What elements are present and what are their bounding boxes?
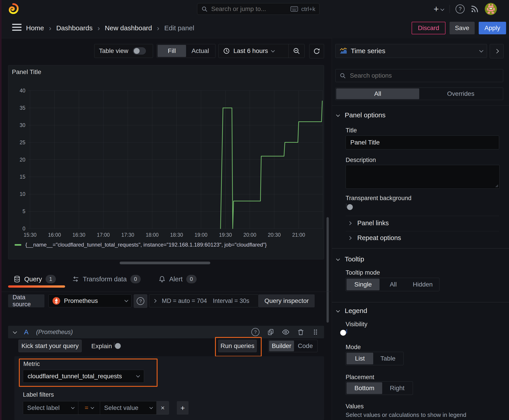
fill-actual-switch: Fill Actual xyxy=(157,44,215,58)
svg-text:19:30: 19:30 xyxy=(219,232,232,238)
panel-title[interactable]: Panel Title xyxy=(12,68,41,76)
legend-header-label: Legend xyxy=(345,307,367,315)
legend-right-option[interactable]: Right xyxy=(382,382,412,394)
metric-select[interactable]: cloudflared_tunnel_total_requests xyxy=(23,370,144,383)
legend-bottom-option[interactable]: Bottom xyxy=(347,382,382,394)
query-options-row[interactable]: MD = auto = 704 Interval = 30s xyxy=(149,294,258,307)
repeat-options-section[interactable]: Repeat options xyxy=(348,234,401,242)
chevron-down-icon xyxy=(125,298,128,302)
time-range-picker[interactable]: Last 6 hours xyxy=(219,47,289,54)
query-help-icon[interactable]: ? xyxy=(251,328,259,336)
chevron-down-icon xyxy=(441,7,444,11)
options-search-input[interactable] xyxy=(349,72,499,79)
tab-alert-label: Alert xyxy=(169,276,183,283)
transform-icon xyxy=(72,276,79,283)
query-options-stats: MD = auto = 704 xyxy=(162,298,207,304)
breadcrumb-home[interactable]: Home xyxy=(26,24,44,32)
tooltip-single-option[interactable]: Single xyxy=(347,279,380,290)
actual-option[interactable]: Actual xyxy=(186,45,214,57)
resize-corner-icon[interactable] xyxy=(495,184,498,188)
grafana-edit-panel: ctrl+k + ? xyxy=(0,0,509,420)
data-source-picker[interactable]: Prometheus xyxy=(48,294,131,307)
global-search-box[interactable]: ctrl+k xyxy=(197,3,319,15)
explain-toggle[interactable] xyxy=(114,342,114,347)
code-option[interactable]: Code xyxy=(294,341,317,351)
query-datasource-hint: (Prometheus) xyxy=(36,329,73,336)
tooltip-all-option[interactable]: All xyxy=(380,279,407,290)
collapse-query-icon[interactable] xyxy=(13,330,17,334)
select-label-dropdown[interactable]: Select label xyxy=(23,401,78,414)
discard-button[interactable]: Discard xyxy=(412,22,446,34)
drag-handle-icon[interactable] xyxy=(312,329,319,335)
title-input[interactable] xyxy=(346,135,499,150)
run-queries-button[interactable]: Run queries xyxy=(218,340,257,352)
data-source-label-chip: Data source xyxy=(8,294,45,307)
delete-query-trash-icon[interactable] xyxy=(297,329,304,336)
legend-table-option[interactable]: Table xyxy=(373,353,403,364)
visualization-picker[interactable]: Time series xyxy=(335,44,487,58)
tooltip-header[interactable]: Tooltip xyxy=(337,255,364,263)
tab-transform[interactable]: Transform data 0 xyxy=(72,272,141,286)
chevron-down-icon xyxy=(479,48,483,52)
tab-alert[interactable]: Alert 0 xyxy=(159,272,197,286)
zoom-out-button[interactable] xyxy=(289,47,304,54)
tab-overrides[interactable]: Overrides xyxy=(419,88,502,99)
panel-links-section[interactable]: Panel links xyxy=(348,219,389,227)
window-edge-strip xyxy=(0,0,1,420)
news-rss-icon[interactable] xyxy=(471,5,479,13)
tab-query[interactable]: Query 1 xyxy=(14,272,56,286)
query-ref-id[interactable]: A xyxy=(24,328,29,336)
svg-text:20:30: 20:30 xyxy=(268,232,281,238)
grafana-logo[interactable] xyxy=(7,2,19,15)
avatar[interactable] xyxy=(485,3,497,15)
options-search-box[interactable] xyxy=(335,69,503,82)
kick-start-query-button[interactable]: Kick start your query xyxy=(18,340,82,352)
chevron-right-icon xyxy=(348,221,352,225)
open-viz-list-button[interactable] xyxy=(490,44,504,58)
tooltip-mode-switch: Single All Hidden xyxy=(346,278,440,291)
panel-card: Panel Title 051015202530354015:3016:0016… xyxy=(8,65,324,259)
time-series-chart[interactable]: 051015202530354015:3016:0016:3017:0017:3… xyxy=(8,85,324,242)
tooltip-hidden-option[interactable]: Hidden xyxy=(407,279,439,290)
panel-resize-handle[interactable] xyxy=(120,262,210,264)
help-icon[interactable]: ? xyxy=(456,5,464,14)
builder-option[interactable]: Builder xyxy=(269,341,294,351)
remove-filter-button[interactable]: × xyxy=(157,401,169,414)
svg-text:16:00: 16:00 xyxy=(48,232,61,238)
data-source-help-button[interactable]: ? xyxy=(134,294,147,308)
metric-value: cloudflared_tunnel_total_requests xyxy=(28,373,137,380)
hide-response-eye-icon[interactable] xyxy=(282,328,289,336)
operator-dropdown[interactable]: = xyxy=(78,401,100,414)
metric-label: Metric xyxy=(23,360,40,368)
select-value-dropdown[interactable]: Select value xyxy=(100,401,157,414)
apply-button[interactable]: Apply xyxy=(479,22,506,34)
visualization-name: Time series xyxy=(351,47,476,55)
fill-option[interactable]: Fill xyxy=(158,45,186,57)
description-textarea[interactable] xyxy=(346,165,500,189)
query-inspector-button[interactable]: Query inspector xyxy=(258,294,315,307)
transparent-background-toggle[interactable] xyxy=(346,203,347,208)
main-scrollbar[interactable] xyxy=(327,217,329,323)
panel-options-header[interactable]: Panel options xyxy=(337,111,386,119)
legend-placement-switch: Bottom Right xyxy=(346,381,413,395)
repeat-options-label: Repeat options xyxy=(357,234,401,242)
table-view-toggle[interactable] xyxy=(133,47,146,54)
hamburger-menu-icon[interactable] xyxy=(12,24,22,31)
tooltip-header-label: Tooltip xyxy=(345,255,364,263)
duplicate-query-icon[interactable] xyxy=(267,329,274,336)
legend-series-label[interactable]: {__name__="cloudflared_tunnel_total_requ… xyxy=(25,242,267,248)
breadcrumb-dashboards[interactable]: Dashboards xyxy=(56,24,93,32)
add-filter-button[interactable]: + xyxy=(177,401,189,415)
save-button[interactable]: Save xyxy=(449,22,475,34)
legend-visibility-toggle[interactable] xyxy=(347,329,347,333)
breadcrumb-separator: › xyxy=(97,24,100,32)
search-input[interactable] xyxy=(211,5,287,13)
svg-text:15:30: 15:30 xyxy=(23,232,37,238)
refresh-button[interactable] xyxy=(309,44,324,58)
create-button[interactable]: + xyxy=(433,5,444,14)
legend-header[interactable]: Legend xyxy=(337,307,367,315)
legend-list-option[interactable]: List xyxy=(347,353,373,364)
breadcrumb-new-dashboard[interactable]: New dashboard xyxy=(105,24,152,32)
tab-all[interactable]: All xyxy=(336,88,419,99)
chevron-right-icon xyxy=(348,236,352,240)
